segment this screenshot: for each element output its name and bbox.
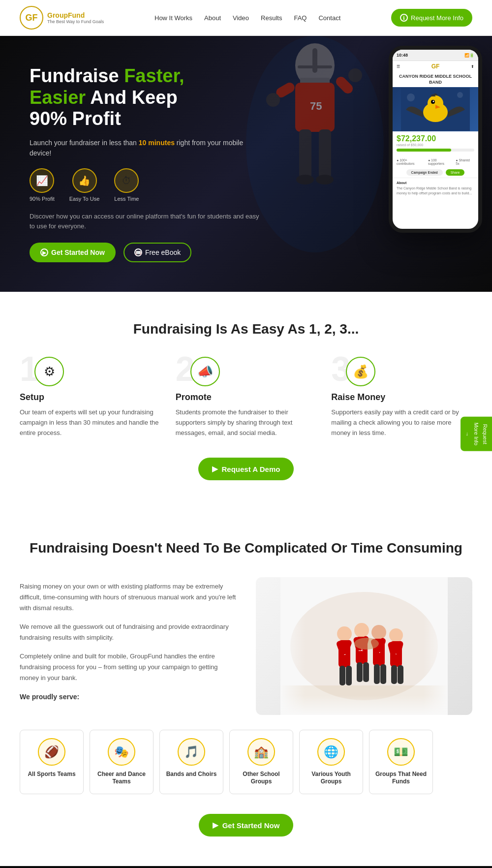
icon-label: 90% Profit	[30, 196, 55, 202]
hero-buttons: ▶ Get Started Now 📖 Free eBook	[30, 243, 266, 262]
step-icon: 📣	[190, 357, 220, 386]
step-icon-wrap: 📣	[190, 357, 220, 386]
hero-content: Fundraise Faster, Easier And Keep 90% Pr…	[30, 65, 266, 262]
svg-rect-13	[312, 48, 317, 73]
complicated-para-3: Completely online and built for mobile, …	[20, 651, 236, 683]
complicated-text: Raising money on your own or with existi…	[20, 581, 236, 712]
step-3: 3 💰 Raise Money Supporters easily pay wi…	[331, 357, 472, 438]
svg-rect-54	[280, 577, 305, 715]
svg-point-8	[348, 68, 362, 82]
svg-rect-55	[423, 577, 448, 715]
hero-icon-less-time: ⏱ Less Time	[114, 168, 139, 202]
phone-menu-icon[interactable]: ☰	[397, 64, 400, 69]
svg-point-53	[354, 638, 379, 650]
cat-icon: 🏫	[247, 738, 275, 766]
logo: GF GroupFund The Best Way to Fund Goals	[20, 6, 104, 30]
phone-about-title: About	[397, 181, 474, 185]
nav-link-about[interactable]: About	[204, 14, 221, 22]
svg-rect-10	[319, 129, 331, 179]
phone-time: 10:48	[397, 53, 408, 58]
step-number-icon: 2 📣	[176, 357, 220, 386]
player-bg: 75	[246, 36, 384, 292]
ebook-button[interactable]: 📖 Free eBook	[123, 243, 191, 262]
nav-link-how-it-works[interactable]: How It Works	[154, 14, 192, 22]
cat-label: Other School Groups	[235, 771, 288, 786]
phone-nav-bar: ☰ GF ⬆	[393, 61, 478, 72]
headline-fundraise: Fundraise	[30, 65, 124, 86]
phone-goal: raised of $50,000	[397, 143, 474, 147]
nav-link-faq[interactable]: FAQ	[294, 14, 307, 22]
phone-campaign-ended-btn[interactable]: Campaign Ended	[406, 169, 443, 176]
cat-label: Various Youth Groups	[305, 771, 358, 786]
demo-button[interactable]: ▶ Request A Demo	[198, 458, 294, 480]
svg-rect-2	[300, 78, 330, 83]
phone-amount: $72,237.00 raised of $50,000	[393, 131, 478, 156]
categories-cta-container: ▶ Get Started Now	[20, 814, 472, 837]
demo-btn-container: ▶ Request A Demo	[20, 458, 472, 480]
svg-rect-30	[339, 666, 345, 685]
step-title: Promote	[176, 392, 317, 403]
get-started-button[interactable]: ▶ Get Started Now	[30, 243, 116, 262]
nav-link-results[interactable]: Results	[261, 14, 282, 22]
step-number-icon: 3 💰	[331, 357, 375, 386]
phone-share-btn[interactable]: Share	[446, 169, 465, 176]
cat-icon: 🎭	[108, 738, 135, 766]
icon-circle: ⏱	[114, 168, 139, 193]
section-123-headline: Fundraising Is As Easy As 1, 2, 3...	[20, 321, 472, 337]
step-icon-wrap: ⚙	[34, 357, 64, 386]
svg-point-39	[371, 625, 386, 640]
phone-mascot	[393, 87, 478, 131]
section-123: Fundraising Is As Easy As 1, 2, 3... 1 ⚙…	[0, 292, 492, 510]
tagline: The Best Way to Fund Goals	[47, 19, 104, 24]
complicated-grid: Raising money on your own or with existi…	[20, 577, 472, 715]
complicated-para-2: We remove all the guesswork out of fundr…	[20, 621, 236, 643]
cat-icon: 🎵	[178, 738, 205, 766]
svg-point-19	[428, 95, 443, 111]
icon-circle: 👍	[72, 168, 97, 193]
navigation: GF GroupFund The Best Way to Fund Goals …	[0, 0, 492, 36]
floating-cta[interactable]: Request More Info →	[461, 417, 492, 451]
category-4: 🏫 Other School Groups	[229, 730, 293, 794]
phone-share-icon[interactable]: ⬆	[471, 64, 474, 69]
svg-point-16	[407, 93, 415, 101]
logo-icon: GF	[20, 6, 43, 30]
nav-link-contact[interactable]: Contact	[318, 14, 340, 22]
nav-link-video[interactable]: Video	[233, 14, 249, 22]
categories-started-icon: ▶	[213, 821, 218, 830]
categories-started-label: Get Started Now	[222, 821, 280, 830]
step-2: 2 📣 Promote Students promote the fundrai…	[176, 357, 317, 438]
started-icon: ▶	[40, 248, 48, 256]
svg-rect-14	[298, 65, 332, 68]
stat-supporters: ● 100 supporters	[428, 158, 454, 165]
complicated-para-1: Raising money on your own or with existi…	[20, 581, 236, 614]
hero-section: Fundraise Faster, Easier And Keep 90% Pr…	[0, 36, 492, 292]
category-5: 🌐 Various Youth Groups	[299, 730, 363, 794]
hero-subtitle: Launch your fundraiser in less than 10 m…	[30, 138, 266, 158]
category-2: 🎭 Cheer and Dance Teams	[90, 730, 154, 794]
phone-progress-fill	[397, 149, 451, 152]
svg-rect-9	[299, 129, 311, 179]
request-info-label: Request More Info	[411, 14, 463, 22]
cat-icon: 🏈	[38, 738, 65, 766]
step-desc: Students promote the fundraiser to their…	[176, 407, 317, 438]
subtitle-orange: 10 minutes	[139, 139, 175, 147]
headline-easier: Easier	[30, 87, 86, 108]
svg-point-11	[296, 175, 314, 185]
demo-icon: ▶	[212, 465, 218, 473]
phone-btn-row: Campaign Ended Share	[393, 167, 478, 178]
hero-headline: Fundraise Faster, Easier And Keep 90% Pr…	[30, 65, 266, 130]
steps-grid: 1 ⚙ Setup Our team of experts will set u…	[20, 357, 472, 438]
cat-label: Groups That Need Funds	[374, 771, 428, 786]
categories-grid: 🏈 All Sports Teams 🎭 Cheer and Dance Tea…	[20, 730, 472, 794]
headline-and-keep: And Keep	[90, 87, 177, 108]
circle-icon: ℹ	[400, 14, 408, 22]
svg-rect-57	[280, 695, 448, 715]
categories-started-button[interactable]: ▶ Get Started Now	[199, 814, 294, 837]
phone-logo-icon: GF	[431, 63, 440, 70]
svg-point-21	[433, 101, 434, 102]
hero-description: Discover how you can access our online p…	[30, 212, 266, 231]
stat-contributors: ● 100+ contributors	[397, 158, 426, 165]
icon-circle: 📈	[30, 168, 54, 193]
request-info-button[interactable]: ℹ Request More Info	[391, 9, 472, 27]
phone-raised-amount: $72,237.00	[397, 134, 474, 143]
